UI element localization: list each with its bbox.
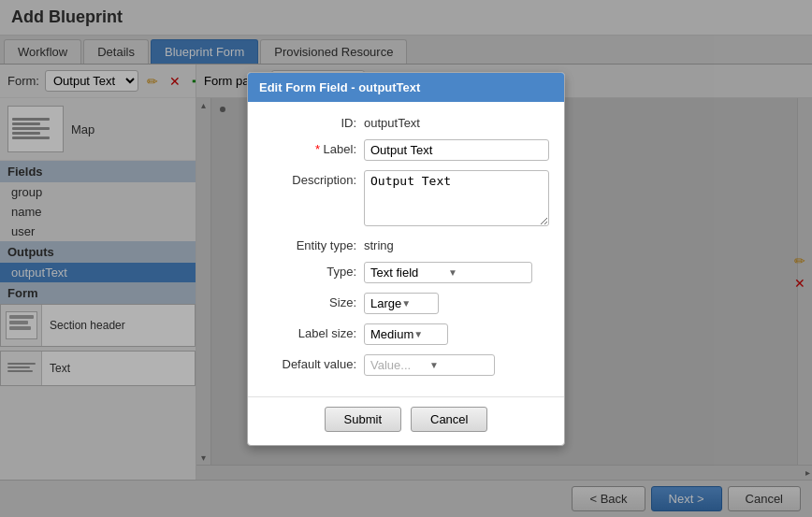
modal-label-size-select[interactable]: Medium ▼ [364,323,448,345]
modal-description-label: Description: [263,170,356,187]
modal-size-arrow: ▼ [401,298,432,309]
modal-label-label: Label: [263,139,356,156]
modal-label-input[interactable] [364,139,549,161]
modal-description-row: Description: Output Text [263,170,549,226]
modal-default-value-label: Default value: [263,354,356,371]
modal-id-value: outputText [364,113,549,130]
modal-size-value: Large [370,296,401,310]
modal-body: ID: outputText Label: Description: Outpu… [248,102,564,396]
modal-id-label: ID: [263,113,356,130]
modal-type-select[interactable]: Text field ▼ [364,262,532,283]
modal-footer: Submit Cancel [248,396,564,445]
modal-label-size-value: Medium [370,327,413,341]
modal-entity-type-value: string [364,236,549,252]
edit-form-field-modal: Edit Form Field - outputText ID: outputT… [247,72,565,446]
modal-overlay: Edit Form Field - outputText ID: outputT… [0,0,812,517]
modal-default-value-placeholder: Value... [370,358,429,372]
modal-type-value: Text field [370,266,448,280]
modal-entity-type-row: Entity type: string [263,236,549,252]
modal-entity-type-label: Entity type: [263,236,356,252]
modal-id-row: ID: outputText [263,113,549,130]
modal-description-textarea[interactable]: Output Text [364,170,549,226]
modal-header: Edit Form Field - outputText [248,73,564,102]
modal-type-label: Type: [263,262,356,279]
modal-default-value-row: Default value: Value... ▼ [263,354,549,376]
modal-default-value-arrow: ▼ [429,360,488,370]
modal-type-arrow: ▼ [448,267,526,278]
modal-label-size-row: Label size: Medium ▼ [263,323,549,345]
modal-label-row: Label: [263,139,549,161]
modal-label-size-label: Label size: [263,323,356,340]
modal-size-label: Size: [263,293,356,309]
modal-label-size-arrow: ▼ [413,329,442,339]
modal-submit-button[interactable]: Submit [325,407,401,432]
modal-size-select[interactable]: Large ▼ [364,293,439,314]
modal-default-value-select[interactable]: Value... ▼ [364,354,495,376]
modal-type-row: Type: Text field ▼ [263,262,549,283]
modal-size-row: Size: Large ▼ [263,293,549,314]
modal-cancel-button[interactable]: Cancel [411,407,487,432]
